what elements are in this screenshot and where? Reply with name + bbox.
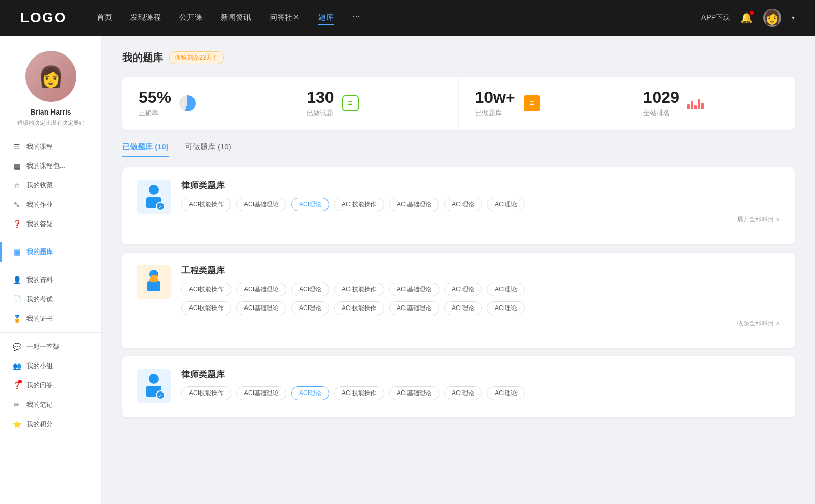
main-layout: 👩 Brian Harris 错误的决定比没有决定要好 ☰ 我的课程 ▦ 我的课… [0,36,815,504]
bank-2-tag-r2-4[interactable]: ACI基础理论 [389,301,439,315]
bank-3-icon: ✓ [137,369,171,403]
accuracy-chart-icon [178,94,197,113]
sidebar-item-questions[interactable]: ❓ 我的答疑 [0,214,101,234]
bank-2-tag-r2-5[interactable]: ACI理论 [444,301,482,315]
tab-bar: 已做题库 (10) 可做题库 (10) [122,142,795,157]
svg-point-8 [149,374,159,384]
sidebar-item-exam[interactable]: 📄 我的考试 [0,290,101,309]
sidebar-item-questionbank[interactable]: ▣ 我的题库 [0,242,101,262]
bank-3-tag-4[interactable]: ACI基础理论 [389,386,439,400]
sidebar-item-homework[interactable]: ✎ 我的作业 [0,195,101,214]
trial-badge: 体验剩余23天！ [169,51,224,64]
sidebar-item-points[interactable]: ⭐ 我的积分 [0,414,101,434]
bank-1-tag-0[interactable]: ACI技能操作 [181,198,231,211]
stat-questions-value: 130 [307,89,334,105]
sidebar-item-profile[interactable]: 👤 我的资料 [0,270,101,290]
bank-1-tag-2[interactable]: ACI理论 [291,198,329,211]
sidebar-item-certificate[interactable]: 🏅 我的证书 [0,309,101,328]
bar-chart-icon [687,97,704,109]
bank-2-tag-r1-5[interactable]: ACI理论 [444,283,482,296]
stat-accuracy-text: 55% 正确率 [139,89,171,118]
sidebar-divider-3 [0,332,101,333]
bank-2-tag-r1-1[interactable]: ACI基础理论 [236,283,286,296]
svg-rect-5 [147,281,160,291]
bank-2-tag-r2-6[interactable]: ACI理论 [487,301,525,315]
bank-2-collapse[interactable]: 收起全部科目 ∧ [181,319,780,328]
bank-card-1-header: ✓ 律师类题库 ACI技能操作 ACI基础理论 ACI理论 ACI技能操作 AC… [137,180,780,224]
tab-available-banks[interactable]: 可做题库 (10) [185,142,231,157]
user-avatar[interactable]: 👩 [763,9,781,27]
bank-1-tag-4[interactable]: ACI基础理论 [389,198,439,211]
sidebar-label-questions: 我的答疑 [26,219,53,229]
sidebar-user-motto: 错误的决定比没有决定要好 [9,119,93,127]
bank-1-tag-5[interactable]: ACI理论 [444,198,482,211]
stat-ranking: 1029 全站排名 [627,77,795,130]
nav-link-discover[interactable]: 发现课程 [130,11,161,25]
bank-2-tag-r1-3[interactable]: ACI技能操作 [334,283,384,296]
nav-link-opencourse[interactable]: 公开课 [179,11,202,25]
sidebar-divider-2 [0,266,101,266]
qa-dot [18,380,22,383]
lawyer-svg-1: ✓ [141,183,167,211]
bank-2-tag-r2-1[interactable]: ACI基础理论 [236,301,286,315]
bar5 [701,103,704,109]
nav-link-qa[interactable]: 问答社区 [269,11,300,25]
sidebar-avatar: 👩 [25,51,76,102]
stat-questions-text: 130 已做试题 [307,89,334,118]
bank-2-tag-r2-3[interactable]: ACI技能操作 [334,301,384,315]
bank-card-1: ✓ 律师类题库 ACI技能操作 ACI基础理论 ACI理论 ACI技能操作 AC… [122,167,795,244]
sidebar-item-group[interactable]: 👥 我的小组 [0,356,101,376]
bank-2-title: 工程类题库 [181,265,780,276]
bank-2-tag-r1-2[interactable]: ACI理论 [291,283,329,296]
bank-1-tags-row: ACI技能操作 ACI基础理论 ACI理论 ACI技能操作 ACI基础理论 AC… [181,198,780,211]
sidebar-item-notes[interactable]: ✏ 我的笔记 [0,395,101,414]
bank-1-title: 律师类题库 [181,180,780,191]
sidebar-item-course-packages[interactable]: ▦ 我的课程包... [0,156,101,176]
bank-3-tag-6[interactable]: ACI理论 [487,386,525,400]
lawyer-svg-3: ✓ [141,372,167,400]
nav-link-home[interactable]: 首页 [97,11,112,25]
bar2 [691,101,693,109]
stat-ranking-value: 1029 [643,89,680,105]
nav-links: 首页 发现课程 公开课 新闻资讯 问答社区 题库 ··· [97,11,701,25]
svg-text:✓: ✓ [158,204,162,209]
bank-3-tags-row: ACI技能操作 ACI基础理论 ACI理论 ACI技能操作 ACI基础理论 AC… [181,386,780,400]
bank-1-tag-6[interactable]: ACI理论 [487,198,525,211]
bank-3-tag-3[interactable]: ACI技能操作 [334,386,384,400]
nav-link-news[interactable]: 新闻资讯 [221,11,251,25]
sidebar-label-tutoring: 一对一答疑 [26,342,60,351]
pie-chart [179,95,196,111]
sidebar-item-my-qa[interactable]: ❓ 我的问答 [0,376,101,395]
bank-3-tag-5[interactable]: ACI理论 [444,386,482,400]
notification-bell[interactable]: 🔔 [740,12,753,24]
bank-2-tag-r2-2[interactable]: ACI理论 [291,301,329,315]
bank-1-expand[interactable]: 展开全部科目 ∨ [181,215,780,224]
bank-2-tag-r1-6[interactable]: ACI理论 [487,283,525,296]
nav-right: APP下载 🔔 👩 ▾ [701,9,795,27]
bar4 [698,99,700,109]
bank-3-tag-0[interactable]: ACI技能操作 [181,386,231,400]
bar3 [694,105,697,109]
courses-icon: ☰ [12,143,21,151]
bank-1-tag-1[interactable]: ACI基础理论 [236,198,286,211]
tab-done-banks[interactable]: 已做题库 (10) [122,142,169,157]
sidebar-label-notes: 我的笔记 [26,400,53,409]
bank-2-tag-r1-4[interactable]: ACI基础理论 [389,283,439,296]
app-download-button[interactable]: APP下载 [701,13,730,22]
nav-link-more[interactable]: ··· [352,11,360,25]
bank-2-tags-container: ACI技能操作 ACI基础理论 ACI理论 ACI技能操作 ACI基础理论 AC… [181,283,780,315]
engineer-svg [141,268,167,296]
sidebar-item-tutoring[interactable]: 💬 一对一答疑 [0,337,101,356]
bank-3-tag-2[interactable]: ACI理论 [291,386,329,400]
nav-link-questionbank[interactable]: 题库 [318,11,334,25]
bank-2-tag-r1-0[interactable]: ACI技能操作 [181,283,231,296]
bank-1-tag-3[interactable]: ACI技能操作 [334,198,384,211]
stat-banks-text: 10w+ 已做题库 [475,89,515,118]
bank-2-tag-r2-0[interactable]: ACI技能操作 [181,301,231,315]
avatar-chevron-icon[interactable]: ▾ [792,14,795,21]
bank-3-tag-1[interactable]: ACI基础理论 [236,386,286,400]
sidebar-item-favorites[interactable]: ☆ 我的收藏 [0,176,101,195]
sidebar-item-my-courses[interactable]: ☰ 我的课程 [0,137,101,156]
sidebar-avatar-wrap: 👩 [25,51,76,102]
sidebar-label-profile: 我的资料 [26,275,53,285]
